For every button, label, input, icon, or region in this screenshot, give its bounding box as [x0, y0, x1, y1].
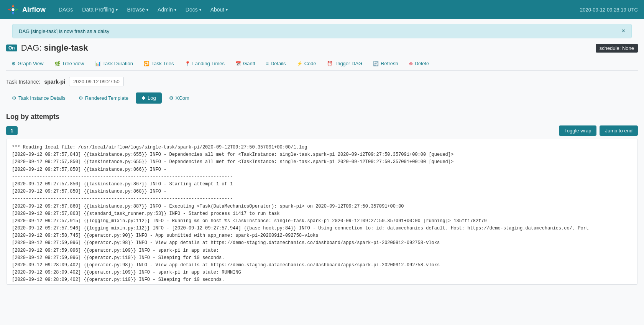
attempt-badge[interactable]: 1	[6, 126, 18, 135]
main-content: DAG [single-task] is now fresh as a dais…	[0, 24, 644, 291]
dag-name: single-task	[44, 43, 88, 53]
dag-title-area: On DAG: single-task	[6, 43, 88, 53]
log-action-buttons: Toggle wrap Jump to end	[559, 125, 638, 136]
navbar-timestamp: 2020-09-12 09:28:19 UTC	[580, 7, 638, 13]
task-tries-icon: 🔁	[144, 61, 150, 66]
trigger-dag-icon: ⏰	[327, 61, 333, 66]
tab-trigger-dag[interactable]: ⏰ Trigger DAG	[322, 58, 368, 70]
alert-message: DAG [single-task] is now fresh as a dais…	[19, 28, 109, 34]
sub-tab-log[interactable]: ✱ Log	[136, 92, 162, 104]
nav-item-admin[interactable]: Admin ▾	[154, 4, 180, 15]
task-instance-name: spark-pi	[44, 79, 65, 85]
task-instance-row: Task Instance: spark-pi 2020-09-12 09:27…	[6, 77, 638, 86]
sub-tab-rendered-template[interactable]: ⚙ Rendered Template	[73, 92, 134, 104]
log-section-title: Log by attempts	[6, 113, 638, 121]
landing-times-icon: 📍	[185, 61, 191, 66]
tab-landing-times[interactable]: 📍 Landing Times	[179, 58, 230, 70]
task-instance-details-icon: ⚙	[12, 95, 16, 101]
jump-to-end-button[interactable]: Jump to end	[600, 125, 638, 136]
chevron-down-icon: ▾	[146, 8, 148, 12]
rendered-template-icon: ⚙	[79, 95, 83, 101]
nav-item-about[interactable]: About ▾	[207, 4, 232, 15]
dag-status-badge: On	[6, 45, 17, 51]
details-icon: ≡	[266, 61, 269, 66]
tab-code[interactable]: ⚡ Code	[291, 58, 322, 70]
tab-gantt[interactable]: 📅 Gantt	[230, 58, 261, 70]
tab-tree-view[interactable]: 🌿 Tree View	[49, 58, 90, 70]
log-content: *** Reading local file: /usr/local/airfl…	[6, 139, 638, 285]
graph-view-icon: ⚙	[12, 61, 16, 66]
task-duration-icon: 📊	[95, 61, 101, 66]
tab-refresh[interactable]: 🔄 Refresh	[368, 58, 404, 70]
sub-tab-task-instance-details[interactable]: ⚙ Task Instance Details	[6, 92, 71, 104]
xcom-icon: ⚙	[169, 95, 174, 101]
dag-label: DAG: single-task	[21, 43, 88, 53]
gantt-icon: 📅	[235, 61, 241, 66]
airflow-logo-icon	[6, 3, 20, 16]
attempt-row: 1 Toggle wrap Jump to end	[6, 125, 638, 136]
tab-task-duration[interactable]: 📊 Task Duration	[90, 58, 138, 70]
tab-bar: ⚙ Graph View 🌿 Tree View 📊 Task Duration…	[6, 58, 638, 71]
nav-item-data-profiling[interactable]: Data Profiling ▾	[78, 4, 122, 15]
chevron-down-icon: ▾	[226, 8, 228, 12]
nav-item-browse[interactable]: Browse ▾	[123, 4, 152, 15]
tab-task-tries[interactable]: 🔁 Task Tries	[138, 58, 179, 70]
schedule-badge: schedule: None	[596, 44, 638, 53]
brand-label: Airflow	[22, 6, 46, 14]
alert-banner: DAG [single-task] is now fresh as a dais…	[12, 24, 632, 38]
tab-details[interactable]: ≡ Details	[261, 58, 291, 70]
task-instance-label: Task Instance:	[6, 79, 41, 85]
alert-close-button[interactable]: ×	[622, 28, 625, 34]
svg-point-5	[12, 8, 14, 11]
dag-header: On DAG: single-task schedule: None	[6, 43, 638, 53]
nav-links: DAGs Data Profiling ▾ Browse ▾ Admin ▾ D…	[55, 4, 580, 15]
sub-tab-xcom[interactable]: ⚙ XCom	[163, 92, 195, 104]
tab-graph-view[interactable]: ⚙ Graph View	[6, 58, 49, 70]
chevron-down-icon: ▾	[116, 8, 118, 12]
task-instance-date: 2020-09-12 09:27:50	[69, 77, 124, 86]
log-icon: ✱	[141, 95, 146, 101]
toggle-wrap-button[interactable]: Toggle wrap	[559, 125, 596, 136]
chevron-down-icon: ▾	[199, 8, 201, 12]
nav-item-dags[interactable]: DAGs	[55, 4, 77, 15]
brand[interactable]: Airflow	[6, 3, 46, 16]
chevron-down-icon: ▾	[174, 8, 176, 12]
nav-item-docs[interactable]: Docs ▾	[182, 4, 205, 15]
delete-icon: ⊗	[409, 61, 413, 66]
tree-view-icon: 🌿	[54, 61, 60, 66]
tab-delete[interactable]: ⊗ Delete	[404, 58, 435, 70]
sub-tabs: ⚙ Task Instance Details ⚙ Rendered Templ…	[6, 92, 638, 104]
navbar: Airflow DAGs Data Profiling ▾ Browse ▾ A…	[0, 0, 644, 19]
code-icon: ⚡	[297, 61, 302, 66]
refresh-icon: 🔄	[373, 61, 379, 66]
